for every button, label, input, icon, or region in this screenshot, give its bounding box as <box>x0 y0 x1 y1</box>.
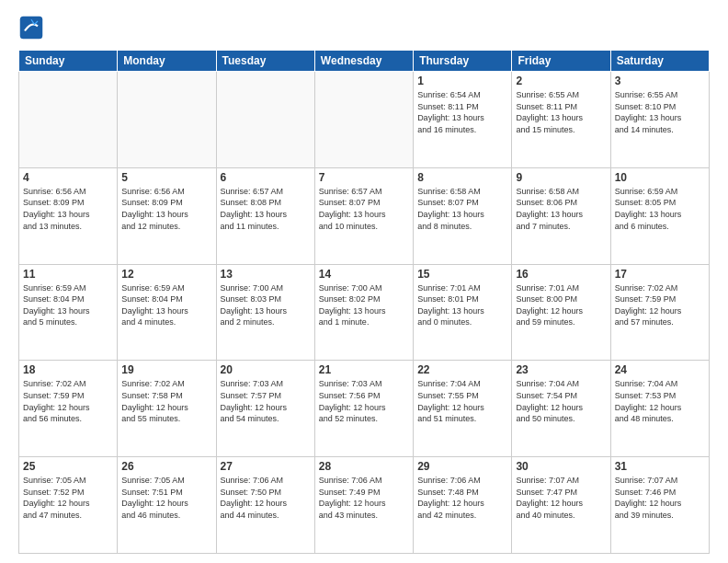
day-cell-28: 28Sunrise: 7:06 AM Sunset: 7:49 PM Dayli… <box>314 457 413 554</box>
day-info: Sunrise: 6:55 AM Sunset: 8:11 PM Dayligh… <box>516 89 606 135</box>
day-number: 21 <box>319 363 409 376</box>
day-number: 28 <box>319 460 409 473</box>
day-info: Sunrise: 7:02 AM Sunset: 7:59 PM Dayligh… <box>23 378 113 424</box>
day-info: Sunrise: 6:56 AM Sunset: 8:09 PM Dayligh… <box>121 186 211 232</box>
day-cell-12: 12Sunrise: 6:59 AM Sunset: 8:04 PM Dayli… <box>118 264 216 361</box>
day-cell-13: 13Sunrise: 7:00 AM Sunset: 8:03 PM Dayli… <box>216 264 314 361</box>
day-cell-24: 24Sunrise: 7:04 AM Sunset: 7:53 PM Dayli… <box>610 361 709 457</box>
day-info: Sunrise: 7:04 AM Sunset: 7:55 PM Dayligh… <box>417 378 507 424</box>
day-info: Sunrise: 6:55 AM Sunset: 8:10 PM Dayligh… <box>615 89 705 135</box>
header-cell-saturday: Saturday <box>610 51 709 72</box>
week-row-2: 4Sunrise: 6:56 AM Sunset: 8:09 PM Daylig… <box>19 167 710 264</box>
day-number: 10 <box>615 171 705 184</box>
day-number: 25 <box>23 460 113 473</box>
day-cell-11: 11Sunrise: 6:59 AM Sunset: 8:04 PM Dayli… <box>19 264 118 361</box>
day-number: 16 <box>516 268 606 281</box>
day-info: Sunrise: 7:06 AM Sunset: 7:50 PM Dayligh… <box>221 475 311 521</box>
day-number: 1 <box>417 75 507 87</box>
day-number: 4 <box>23 171 113 184</box>
day-cell-31: 31Sunrise: 7:07 AM Sunset: 7:46 PM Dayli… <box>610 457 709 554</box>
logo <box>18 15 48 40</box>
day-number: 6 <box>221 171 311 184</box>
day-number: 20 <box>221 363 311 376</box>
day-number: 19 <box>121 363 211 376</box>
day-number: 5 <box>121 171 211 184</box>
day-info: Sunrise: 7:07 AM Sunset: 7:47 PM Dayligh… <box>516 475 606 521</box>
day-info: Sunrise: 7:02 AM Sunset: 7:58 PM Dayligh… <box>121 378 211 424</box>
calendar-header: SundayMondayTuesdayWednesdayThursdayFrid… <box>19 51 710 72</box>
day-number: 2 <box>516 75 606 87</box>
day-cell-6: 6Sunrise: 6:57 AM Sunset: 8:08 PM Daylig… <box>216 167 314 264</box>
header-cell-monday: Monday <box>118 51 216 72</box>
day-info: Sunrise: 7:03 AM Sunset: 7:56 PM Dayligh… <box>319 378 409 424</box>
day-number: 15 <box>417 268 507 281</box>
day-cell-empty <box>216 72 314 168</box>
day-number: 26 <box>121 460 211 473</box>
header-cell-friday: Friday <box>512 51 610 72</box>
day-number: 14 <box>319 268 409 281</box>
day-cell-23: 23Sunrise: 7:04 AM Sunset: 7:54 PM Dayli… <box>512 361 610 457</box>
day-number: 23 <box>516 363 606 376</box>
day-info: Sunrise: 7:05 AM Sunset: 7:51 PM Dayligh… <box>121 475 211 521</box>
day-cell-22: 22Sunrise: 7:04 AM Sunset: 7:55 PM Dayli… <box>414 361 512 457</box>
day-info: Sunrise: 6:59 AM Sunset: 8:04 PM Dayligh… <box>23 282 113 328</box>
day-cell-1: 1Sunrise: 6:54 AM Sunset: 8:11 PM Daylig… <box>414 72 512 168</box>
day-number: 17 <box>615 268 705 281</box>
day-number: 18 <box>23 363 113 376</box>
day-number: 12 <box>121 268 211 281</box>
day-cell-27: 27Sunrise: 7:06 AM Sunset: 7:50 PM Dayli… <box>216 457 314 554</box>
page: SundayMondayTuesdayWednesdayThursdayFrid… <box>0 0 728 563</box>
day-cell-empty <box>118 72 216 168</box>
day-cell-16: 16Sunrise: 7:01 AM Sunset: 8:00 PM Dayli… <box>512 264 610 361</box>
day-info: Sunrise: 6:58 AM Sunset: 8:07 PM Dayligh… <box>417 186 507 232</box>
day-number: 8 <box>417 171 507 184</box>
day-info: Sunrise: 7:01 AM Sunset: 8:01 PM Dayligh… <box>417 282 507 328</box>
day-cell-10: 10Sunrise: 6:59 AM Sunset: 8:05 PM Dayli… <box>610 167 709 264</box>
day-cell-18: 18Sunrise: 7:02 AM Sunset: 7:59 PM Dayli… <box>19 361 118 457</box>
day-cell-5: 5Sunrise: 6:56 AM Sunset: 8:09 PM Daylig… <box>118 167 216 264</box>
day-cell-15: 15Sunrise: 7:01 AM Sunset: 8:01 PM Dayli… <box>414 264 512 361</box>
day-info: Sunrise: 7:04 AM Sunset: 7:54 PM Dayligh… <box>516 378 606 424</box>
logo-icon <box>18 15 44 40</box>
day-number: 22 <box>417 363 507 376</box>
day-cell-empty <box>19 72 118 168</box>
day-cell-3: 3Sunrise: 6:55 AM Sunset: 8:10 PM Daylig… <box>610 72 709 168</box>
day-info: Sunrise: 7:00 AM Sunset: 8:03 PM Dayligh… <box>221 282 311 328</box>
day-info: Sunrise: 6:59 AM Sunset: 8:04 PM Dayligh… <box>121 282 211 328</box>
day-info: Sunrise: 7:01 AM Sunset: 8:00 PM Dayligh… <box>516 282 606 328</box>
day-info: Sunrise: 7:04 AM Sunset: 7:53 PM Dayligh… <box>615 378 705 424</box>
day-cell-25: 25Sunrise: 7:05 AM Sunset: 7:52 PM Dayli… <box>19 457 118 554</box>
day-cell-17: 17Sunrise: 7:02 AM Sunset: 7:59 PM Dayli… <box>610 264 709 361</box>
day-cell-30: 30Sunrise: 7:07 AM Sunset: 7:47 PM Dayli… <box>512 457 610 554</box>
header-cell-sunday: Sunday <box>19 51 118 72</box>
day-info: Sunrise: 6:57 AM Sunset: 8:08 PM Dayligh… <box>221 186 311 232</box>
day-number: 27 <box>221 460 311 473</box>
day-info: Sunrise: 7:02 AM Sunset: 7:59 PM Dayligh… <box>615 282 705 328</box>
week-row-1: 1Sunrise: 6:54 AM Sunset: 8:11 PM Daylig… <box>19 72 710 168</box>
day-info: Sunrise: 6:58 AM Sunset: 8:06 PM Dayligh… <box>516 186 606 232</box>
day-number: 11 <box>23 268 113 281</box>
day-info: Sunrise: 6:59 AM Sunset: 8:05 PM Dayligh… <box>615 186 705 232</box>
day-number: 30 <box>516 460 606 473</box>
day-info: Sunrise: 7:00 AM Sunset: 8:02 PM Dayligh… <box>319 282 409 328</box>
header-cell-tuesday: Tuesday <box>216 51 314 72</box>
day-cell-8: 8Sunrise: 6:58 AM Sunset: 8:07 PM Daylig… <box>414 167 512 264</box>
week-row-5: 25Sunrise: 7:05 AM Sunset: 7:52 PM Dayli… <box>19 457 710 554</box>
calendar-table: SundayMondayTuesdayWednesdayThursdayFrid… <box>18 50 710 554</box>
header-cell-wednesday: Wednesday <box>314 51 413 72</box>
day-cell-9: 9Sunrise: 6:58 AM Sunset: 8:06 PM Daylig… <box>512 167 610 264</box>
day-info: Sunrise: 7:05 AM Sunset: 7:52 PM Dayligh… <box>23 475 113 521</box>
day-info: Sunrise: 7:06 AM Sunset: 7:49 PM Dayligh… <box>319 475 409 521</box>
day-info: Sunrise: 6:56 AM Sunset: 8:09 PM Dayligh… <box>23 186 113 232</box>
day-number: 13 <box>221 268 311 281</box>
day-number: 9 <box>516 171 606 184</box>
day-number: 24 <box>615 363 705 376</box>
day-cell-19: 19Sunrise: 7:02 AM Sunset: 7:58 PM Dayli… <box>118 361 216 457</box>
week-row-4: 18Sunrise: 7:02 AM Sunset: 7:59 PM Dayli… <box>19 361 710 457</box>
day-cell-2: 2Sunrise: 6:55 AM Sunset: 8:11 PM Daylig… <box>512 72 610 168</box>
header <box>18 15 710 40</box>
header-row: SundayMondayTuesdayWednesdayThursdayFrid… <box>19 51 710 72</box>
day-info: Sunrise: 6:54 AM Sunset: 8:11 PM Dayligh… <box>417 89 507 135</box>
calendar-body: 1Sunrise: 6:54 AM Sunset: 8:11 PM Daylig… <box>19 72 710 554</box>
day-cell-14: 14Sunrise: 7:00 AM Sunset: 8:02 PM Dayli… <box>314 264 413 361</box>
